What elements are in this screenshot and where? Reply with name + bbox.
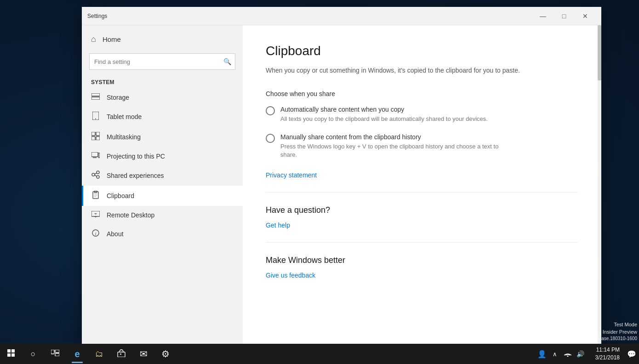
edge-active-indicator (72, 362, 83, 363)
scrollbar-thumb[interactable] (598, 25, 601, 80)
test-mode-line2: Insider Preview (520, 329, 637, 336)
svg-point-11 (92, 173, 95, 176)
sidebar-item-tablet-mode[interactable]: Tablet mode (82, 107, 243, 127)
choose-section-heading: Choose when you share (266, 90, 578, 97)
svg-rect-10 (98, 153, 100, 158)
network-icon[interactable] (562, 344, 573, 364)
have-question-title: Have a question? (266, 205, 578, 215)
svg-rect-29 (11, 349, 15, 353)
mail-icon: ✉ (140, 348, 148, 359)
home-label: Home (103, 35, 121, 43)
sidebar-item-label: Shared experiences (107, 172, 164, 179)
storage-icon (91, 93, 100, 102)
radio-option-manual: Manually share content from the clipboar… (266, 133, 578, 159)
chevron-up-icon[interactable]: ∧ (549, 344, 560, 364)
sidebar-item-shared-experiences[interactable]: Shared experiences (82, 165, 243, 186)
radio-label-manual: Manually share content from the clipboar… (280, 133, 510, 141)
system-section-label: System (82, 75, 243, 88)
cortana-button[interactable]: ○ (22, 344, 44, 364)
radio-desc-manual: Press the Windows logo key + V to open t… (280, 142, 510, 159)
maximize-button[interactable]: □ (553, 9, 575, 23)
task-view-icon (51, 350, 59, 358)
minimize-button[interactable]: — (532, 9, 553, 23)
notification-center-button[interactable]: 💬 (624, 344, 639, 364)
home-icon: ⌂ (91, 34, 96, 44)
search-icon[interactable]: 🔍 (219, 53, 235, 70)
sidebar-item-label: About (107, 230, 124, 238)
test-mode-line3: Evaluation copy. Build 17623.rs_prerelea… (520, 336, 637, 342)
sidebar-item-multitasking[interactable]: Multitasking (82, 127, 243, 147)
svg-rect-28 (7, 349, 11, 353)
mail-button[interactable]: ✉ (132, 344, 154, 364)
feedback-link[interactable]: Give us feedback (266, 272, 315, 279)
svg-line-14 (95, 173, 97, 175)
settings-window: Settings — □ ✕ ⌂ Home 🔍 System (82, 7, 601, 347)
svg-rect-30 (7, 353, 11, 357)
sidebar-home[interactable]: ⌂ Home (82, 25, 243, 53)
sidebar-item-label: Tablet mode (107, 113, 142, 120)
clipboard-icon (91, 191, 100, 201)
sidebar-item-label: Multitasking (107, 133, 141, 141)
sidebar-item-clipboard[interactable]: Clipboard (82, 186, 243, 206)
get-help-link[interactable]: Get help (266, 222, 290, 229)
page-description: When you copy or cut something in Window… (266, 66, 542, 75)
svg-rect-0 (91, 93, 100, 96)
svg-rect-32 (51, 350, 54, 354)
tablet-mode-icon (91, 112, 100, 122)
store-icon (117, 349, 126, 359)
close-button[interactable]: ✕ (575, 9, 596, 23)
radio-label-auto: Automatically share content when you cop… (280, 106, 488, 113)
clock[interactable]: 11:14 PM 3/21/2018 (591, 346, 624, 362)
svg-point-37 (567, 356, 568, 357)
start-button[interactable] (0, 344, 22, 364)
scrollbar-track (598, 25, 601, 347)
svg-rect-4 (91, 132, 95, 136)
sidebar-item-about[interactable]: i About (82, 224, 243, 244)
sidebar-item-remote-desktop[interactable]: Remote Desktop (82, 206, 243, 224)
svg-rect-36 (120, 353, 121, 355)
svg-rect-8 (91, 152, 98, 157)
sidebar-item-storage[interactable]: Storage (82, 88, 243, 107)
sidebar-item-projecting[interactable]: Projecting to this PC (82, 147, 243, 165)
radio-btn-manual[interactable] (266, 134, 275, 143)
svg-rect-1 (91, 97, 100, 100)
volume-icon[interactable]: 🔊 (575, 344, 586, 364)
svg-point-13 (97, 176, 99, 178)
svg-line-15 (95, 175, 97, 176)
store-button[interactable] (110, 344, 132, 364)
people-icon[interactable]: 👤 (536, 344, 548, 364)
privacy-statement-link[interactable]: Privacy statement (266, 171, 317, 179)
window-controls: — □ ✕ (532, 9, 596, 23)
sidebar-item-label: Remote Desktop (107, 211, 154, 219)
radio-content-manual: Manually share content from the clipboar… (280, 133, 510, 159)
search-input[interactable] (89, 53, 235, 70)
page-title: Clipboard (266, 44, 578, 58)
radio-content-auto: Automatically share content when you cop… (280, 106, 488, 123)
file-explorer-button[interactable]: 🗂 (88, 344, 110, 364)
svg-rect-7 (96, 136, 100, 140)
edge-button[interactable]: e (66, 344, 88, 364)
sidebar-item-label: Clipboard (107, 192, 134, 199)
task-view-button[interactable] (44, 344, 66, 364)
svg-rect-31 (11, 353, 15, 357)
make-better-title: Make Windows better (266, 256, 578, 265)
search-circle-icon: ○ (31, 349, 36, 359)
svg-rect-5 (96, 132, 100, 136)
multitasking-icon (91, 132, 100, 142)
svg-point-12 (97, 171, 99, 174)
settings-icon: ⚙ (161, 348, 170, 359)
svg-line-24 (95, 213, 96, 214)
edge-icon: e (74, 349, 80, 359)
title-bar: Settings — □ ✕ (82, 7, 601, 25)
sidebar-item-label: Storage (107, 94, 129, 101)
content-area: ⌂ Home 🔍 System Storage (82, 25, 601, 347)
svg-rect-33 (55, 350, 59, 353)
clock-time: 11:14 PM (596, 346, 620, 354)
notification-icon: 💬 (627, 350, 636, 358)
main-content: Clipboard When you copy or cut something… (243, 25, 601, 347)
settings-taskbar-button[interactable]: ⚙ (154, 344, 177, 364)
svg-line-25 (96, 213, 97, 214)
radio-desc-auto: All texts you copy to the clipboard will… (280, 115, 488, 123)
radio-btn-auto[interactable] (266, 106, 275, 115)
test-mode-watermark: Test Mode Insider Preview Evaluation cop… (520, 321, 639, 342)
